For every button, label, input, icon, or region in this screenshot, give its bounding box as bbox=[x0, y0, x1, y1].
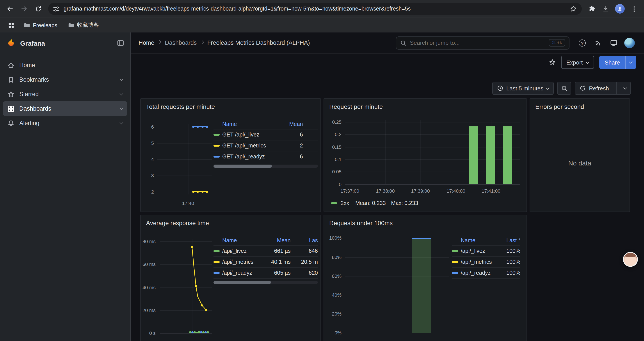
profile-button[interactable] bbox=[613, 2, 626, 15]
address-bar[interactable]: grafana.mathmast.com/d/deytv4rwavabkb/fr… bbox=[48, 3, 582, 15]
sidebar-item-alerting[interactable]: Alerting bbox=[3, 116, 127, 130]
zoom-out-button[interactable] bbox=[558, 82, 572, 95]
search-box[interactable]: ⌘+k bbox=[396, 36, 570, 49]
menu-button[interactable] bbox=[627, 2, 640, 15]
breadcrumb-home[interactable]: Home bbox=[138, 40, 154, 46]
breadcrumb-dashboards[interactable]: Dashboards bbox=[165, 40, 197, 46]
dashboard-toolbar: Export Share bbox=[131, 54, 644, 71]
legend-row: /api/_metrics 100% bbox=[452, 257, 520, 268]
refresh-icon bbox=[580, 85, 586, 91]
back-button[interactable] bbox=[4, 2, 17, 15]
legend-row: /api/_livez 100% bbox=[452, 246, 520, 257]
scrollbar-thumb[interactable] bbox=[214, 281, 271, 284]
series-mean: 2 bbox=[286, 143, 318, 149]
series-name[interactable]: /api/_metrics bbox=[461, 259, 492, 265]
reload-button[interactable] bbox=[32, 2, 45, 15]
downloads-button[interactable] bbox=[599, 2, 612, 15]
share-menu-button[interactable] bbox=[626, 62, 636, 63]
sidebar-item-home[interactable]: Home bbox=[3, 58, 127, 72]
panel-title[interactable]: Total requests per minute bbox=[141, 99, 320, 115]
series-swatch bbox=[214, 250, 220, 252]
series-swatch bbox=[452, 250, 458, 252]
legend-scrollbar[interactable] bbox=[214, 281, 318, 284]
series-name[interactable]: /api/_livez bbox=[461, 248, 485, 254]
series-name[interactable]: GET /api/_livez bbox=[222, 132, 259, 138]
profile-avatar bbox=[615, 4, 625, 14]
chevron-down-icon bbox=[629, 60, 633, 64]
refresh-interval-button[interactable] bbox=[620, 88, 630, 89]
x-tick: 17:39:00 bbox=[411, 188, 430, 194]
collapse-sidebar-button[interactable] bbox=[117, 40, 124, 47]
gridline bbox=[420, 120, 421, 184]
extensions-button[interactable] bbox=[585, 2, 598, 15]
series-name[interactable]: /api/_readyz bbox=[222, 270, 252, 276]
legend-col-name[interactable]: Name bbox=[214, 237, 269, 243]
panel-title[interactable]: Average response time bbox=[141, 215, 320, 231]
legend-row: GET /api/_livez 6 bbox=[214, 129, 318, 140]
panel-total-requests: Total requests per minute 6 5 4 3 2 17:4… bbox=[140, 98, 321, 212]
time-range-picker[interactable]: Last 5 minutes bbox=[492, 82, 554, 95]
series-name[interactable]: GET /api/_readyz bbox=[222, 154, 265, 160]
legend-col-name[interactable]: Name bbox=[452, 237, 500, 243]
series-name[interactable]: /api/_livez bbox=[222, 248, 246, 254]
forward-button[interactable] bbox=[18, 2, 31, 15]
series-name[interactable]: 2xx bbox=[341, 200, 349, 206]
assistant-avatar[interactable] bbox=[623, 252, 638, 267]
share-button[interactable]: Share bbox=[600, 56, 636, 69]
apps-button[interactable] bbox=[5, 20, 17, 31]
series-mean: 605 µs bbox=[269, 270, 296, 276]
shortcut-badge: ⌘+k bbox=[549, 39, 565, 47]
refresh-button[interactable]: Refresh bbox=[576, 85, 613, 92]
legend-row: /api/_metrics 40.1 ms 20.5 m bbox=[214, 257, 318, 268]
gridline bbox=[345, 257, 449, 258]
data-point bbox=[206, 191, 208, 193]
share-label: Share bbox=[600, 59, 625, 66]
help-button[interactable]: ? bbox=[576, 36, 589, 49]
user-menu-button[interactable] bbox=[623, 36, 636, 49]
panel-title[interactable]: Request per minute bbox=[324, 99, 526, 115]
y-tick: 4 bbox=[141, 157, 154, 162]
legend-table: Name Last * /api/_livez 100% /api/_metri… bbox=[452, 235, 520, 279]
bookmark-blog[interactable]: 收藏博客 bbox=[64, 20, 102, 30]
series-name[interactable]: GET /api/_metrics bbox=[222, 143, 266, 149]
puzzle-icon bbox=[588, 5, 595, 12]
chevron-down-icon bbox=[120, 77, 124, 81]
legend-col-mean[interactable]: Mean bbox=[269, 237, 296, 243]
export-button[interactable]: Export bbox=[561, 56, 594, 69]
legend-table: Name Mean GET /api/_livez 6 GET /api/_me… bbox=[214, 119, 318, 168]
series-name[interactable]: /api/_metrics bbox=[222, 259, 254, 265]
panel-title[interactable]: Requests under 100ms bbox=[324, 215, 526, 231]
panel-title[interactable]: Errors per second bbox=[530, 99, 630, 115]
y-tick: 3 bbox=[141, 173, 154, 178]
series-name[interactable]: /api/_readyz bbox=[461, 270, 490, 276]
favorite-dashboard-button[interactable] bbox=[549, 59, 556, 66]
y-tick: 0.1 bbox=[324, 157, 342, 162]
sidebar-item-bookmarks[interactable]: Bookmarks bbox=[3, 72, 127, 87]
bookmark-label: Freeleaps bbox=[33, 22, 57, 28]
series-last: 100% bbox=[500, 259, 520, 265]
browser-toolbar: grafana.mathmast.com/d/deytv4rwavabkb/fr… bbox=[0, 0, 644, 18]
data-point bbox=[202, 126, 204, 128]
legend: 2xx Mean: 0.233 Max: 0.233 bbox=[331, 200, 418, 206]
legend-col-last[interactable]: Las bbox=[296, 237, 318, 243]
data-point bbox=[200, 331, 202, 333]
search-input[interactable] bbox=[410, 40, 545, 46]
data-point bbox=[202, 191, 204, 193]
zoom-out-icon bbox=[561, 85, 568, 92]
breadcrumb-separator-icon bbox=[158, 40, 162, 44]
help-icon: ? bbox=[579, 39, 586, 46]
legend-scrollbar[interactable] bbox=[214, 165, 318, 168]
bookmark-star-icon[interactable] bbox=[570, 5, 577, 12]
display-button[interactable] bbox=[607, 36, 620, 49]
legend-col-mean[interactable]: Mean bbox=[286, 121, 318, 127]
legend-col-name[interactable]: Name bbox=[214, 121, 286, 127]
sidebar-item-dashboards[interactable]: Dashboards bbox=[3, 101, 127, 116]
news-button[interactable] bbox=[592, 36, 604, 49]
legend-row: /api/_livez 661 µs 646 bbox=[214, 246, 318, 257]
bookmark-freeleaps[interactable]: Freeleaps bbox=[20, 21, 61, 30]
scrollbar-thumb[interactable] bbox=[214, 165, 272, 168]
legend-col-last[interactable]: Last * bbox=[500, 237, 520, 243]
sidebar-item-label: Home bbox=[19, 62, 35, 69]
sidebar-item-starred[interactable]: Starred bbox=[3, 87, 127, 101]
sidebar-nav: Home Bookmarks Starred Dashboards bbox=[0, 58, 130, 130]
